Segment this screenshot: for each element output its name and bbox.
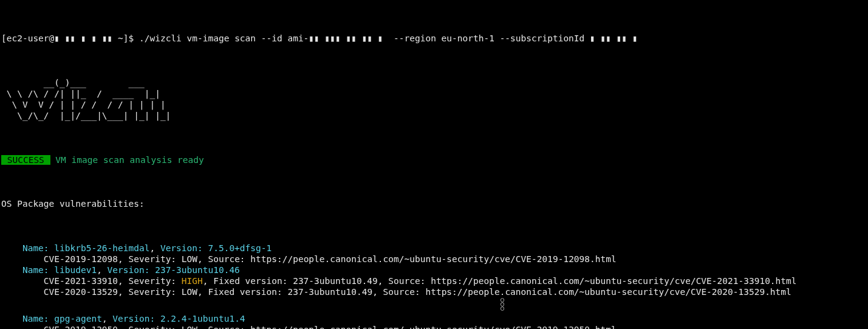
success-badge: SUCCESS — [1, 155, 50, 165]
cve-row: CVE-2019-12098, Severity: LOW, Source: h… — [1, 254, 867, 265]
cve-source: https://people.canonical.com/~ubuntu-sec… — [250, 325, 616, 329]
cve-id: CVE-2021-33910 — [44, 276, 118, 286]
cve-id: CVE-2019-13050 — [44, 325, 118, 329]
cve-row: CVE-2020-13529, Severity: LOW, Fixed ver… — [1, 286, 867, 297]
cve-row: CVE-2021-33910, Severity: HIGH, Fixed ve… — [1, 275, 867, 286]
package-version-label: Version: 7.5.0+dfsg-1 — [160, 243, 272, 253]
cve-row: CVE-2019-13050, Severity: LOW, Source: h… — [1, 324, 867, 329]
section-header: OS Package vulnerabilities: — [1, 198, 867, 209]
package-name-label: Name: libudev1 — [22, 265, 97, 275]
command-text-prefix: ./wizcli vm-image scan --id ami- — [139, 33, 309, 43]
cve-source: https://people.canonical.com/~ubuntu-sec… — [425, 287, 791, 297]
redacted-subscription: ▮ ▮▮ ▮▮ ▮ — [590, 34, 638, 43]
cve-source: https://people.canonical.com/~ubuntu-sec… — [250, 254, 616, 264]
truncation-ellipsis: ○○○ — [1, 297, 867, 313]
package-header: Name: libkrb5-26-heimdal, Version: 7.5.0… — [1, 243, 867, 254]
package-name-label: Name: libkrb5-26-heimdal — [22, 243, 150, 253]
redacted-ami: ▮▮ ▮▮▮ ▮▮ ▮▮ ▮ — [309, 34, 383, 43]
status-line: SUCCESS VM image scan analysis ready — [1, 154, 867, 165]
cve-id: CVE-2020-13529 — [44, 287, 118, 297]
cve-source: https://people.canonical.com/~ubuntu-sec… — [431, 276, 796, 286]
shell-prompt-line: [ec2-user@▮ ▮▮ ▮ ▮ ▮▮ ~]$ ./wizcli vm-im… — [1, 33, 867, 44]
package-header: Name: libudev1, Version: 237-3ubuntu10.4… — [1, 265, 867, 275]
cve-severity: LOW — [182, 254, 197, 264]
cve-severity: HIGH — [182, 276, 203, 286]
packages-list: Name: libkrb5-26-heimdal, Version: 7.5.0… — [1, 243, 867, 329]
redacted-host: ▮ ▮▮ ▮ ▮ ▮▮ — [54, 34, 112, 43]
cve-severity: LOW — [182, 287, 197, 297]
package-header: Name: gpg-agent, Version: 2.2.4-1ubuntu1… — [1, 313, 867, 324]
package-version-label: Version: 237-3ubuntu10.46 — [108, 265, 240, 275]
package-name-label: Name: gpg-agent — [22, 314, 102, 324]
prompt-path: ~]$ — [112, 33, 139, 43]
cve-fixed-version: 237-3ubuntu10.49 — [287, 287, 372, 297]
prompt-user: [ec2-user@ — [1, 33, 54, 43]
wizcli-ascii-logo: __(_)___ ___ \ \ /\ / /| ||_ / ____ |_| … — [1, 77, 867, 122]
cve-id: CVE-2019-12098 — [44, 254, 118, 264]
command-text-mid: --region eu-north-1 --subscriptionId — [383, 33, 590, 43]
cve-severity: LOW — [182, 325, 197, 329]
package-version-label: Version: 2.2.4-1ubuntu1.4 — [112, 314, 245, 324]
cve-fixed-version: 237-3ubuntu10.49 — [293, 276, 378, 286]
terminal-output[interactable]: [ec2-user@▮ ▮▮ ▮ ▮ ▮▮ ~]$ ./wizcli vm-im… — [0, 0, 868, 329]
status-message: VM image scan analysis ready — [50, 155, 204, 165]
